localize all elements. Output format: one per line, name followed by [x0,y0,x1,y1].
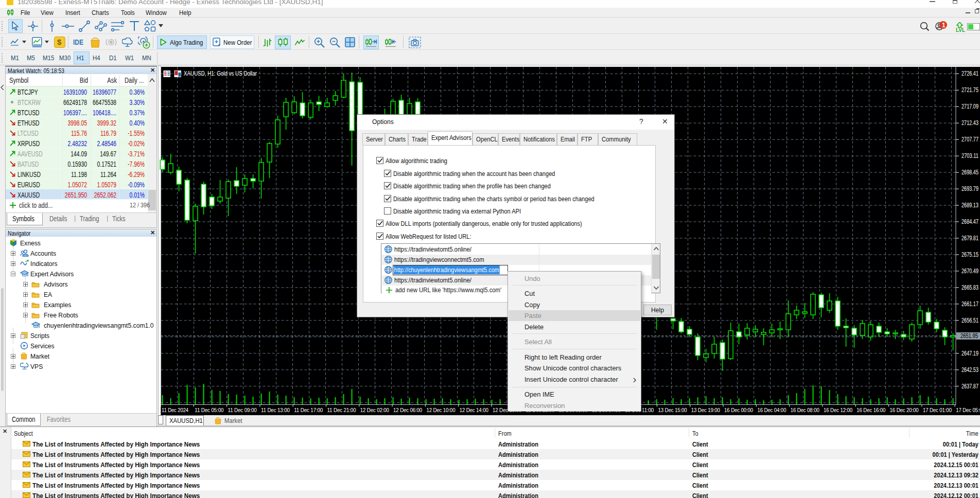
svg-text:11 Dec 2024: 11 Dec 2024 [162,406,189,413]
svg-text:11 Dec 09:00: 11 Dec 09:00 [228,406,257,413]
svg-text:2684.47: 2684.47 [961,218,978,225]
svg-text:12 Dec 10:00: 12 Dec 10:00 [426,406,455,413]
svg-text:2661.17: 2661.17 [961,300,978,308]
svg-text:17 Dec 01:00: 17 Dec 01:00 [923,406,952,413]
svg-text:16 Dec 20:00: 16 Dec 20:00 [890,406,919,413]
svg-text:2698.45: 2698.45 [961,169,978,176]
svg-text:2647.19: 2647.19 [961,350,978,357]
svg-text:2689.13: 2689.13 [961,202,978,209]
svg-text:16 Dec 08:00: 16 Dec 08:00 [791,406,819,413]
svg-text:2670.49: 2670.49 [961,268,978,275]
svg-text:12 Dec 14:00: 12 Dec 14:00 [460,406,488,413]
svg-text:11 Dec 21:00: 11 Dec 21:00 [327,406,356,413]
svg-text:17 Dec 05:00: 17 Dec 05:00 [956,406,980,413]
svg-text:11 Dec 13:00: 11 Dec 13:00 [261,406,290,413]
svg-text:16 Dec 00:00: 16 Dec 00:00 [724,406,753,413]
svg-text:11 Dec 05:00: 11 Dec 05:00 [195,406,223,413]
svg-text:2637.87: 2637.87 [961,383,978,390]
svg-text:12 Dec 02:00: 12 Dec 02:00 [360,406,389,413]
svg-text:2721.75: 2721.75 [961,86,978,94]
svg-text:2693.79: 2693.79 [961,185,978,192]
svg-text:16 Dec 04:00: 16 Dec 04:00 [757,406,786,413]
svg-text:2665.83: 2665.83 [961,284,978,291]
svg-text:12 Dec 06:00: 12 Dec 06:00 [393,406,422,413]
svg-text:XAUUSD, H1: Gold vs US Dollar: XAUUSD, H1: Gold vs US Dollar [184,70,257,77]
svg-text:13 Dec 15:00: 13 Dec 15:00 [658,406,687,413]
svg-text:2675.15: 2675.15 [961,251,978,258]
svg-text:16 Dec 12:00: 16 Dec 12:00 [824,406,852,413]
svg-text:2651.95: 2651.95 [960,332,978,340]
svg-text:2712.43: 2712.43 [961,119,978,127]
svg-text:2717.09: 2717.09 [961,103,978,110]
svg-text:11 Dec 17:00: 11 Dec 17:00 [294,406,323,413]
svg-text:2703.11: 2703.11 [961,152,978,159]
svg-text:13 Dec 19:00: 13 Dec 19:00 [691,406,720,413]
svg-text:2642.53: 2642.53 [961,366,978,374]
svg-text:16 Dec 16:00: 16 Dec 16:00 [856,406,885,413]
svg-text:2679.81: 2679.81 [961,235,978,242]
svg-text:2726.41: 2726.41 [961,70,978,77]
svg-text:2707.77: 2707.77 [961,136,978,143]
svg-text:LVL: LVL [956,27,965,32]
svg-text:2656.51: 2656.51 [961,317,978,324]
